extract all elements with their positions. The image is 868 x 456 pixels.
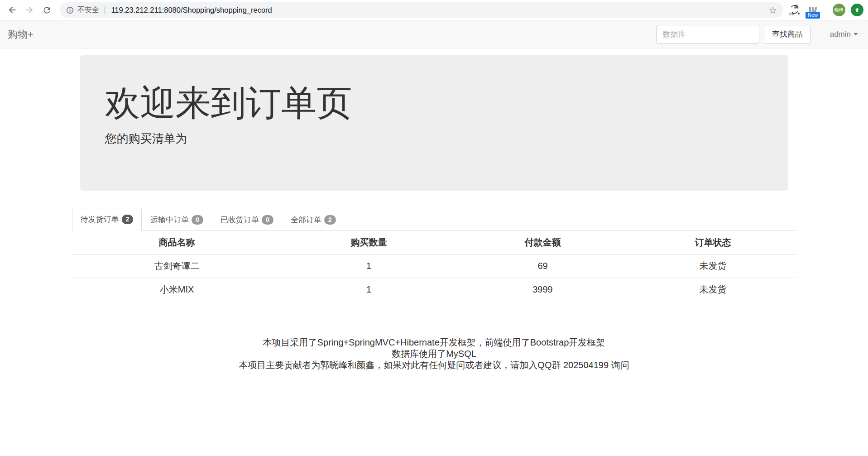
- header-status: 订单状态: [630, 231, 796, 254]
- reading-list-extension-icon[interactable]: New: [806, 2, 820, 18]
- user-dropdown-label: admin: [830, 30, 851, 39]
- footer-line: 本项目主要贡献者为郭晓峰和颜鑫，如果对此有任何疑问或者建议，请加入QQ群 202…: [0, 360, 868, 371]
- profile-avatar[interactable]: 晓峰: [833, 4, 845, 16]
- brand-link[interactable]: 购物+: [8, 28, 34, 41]
- url-separator: |: [104, 5, 106, 14]
- translate-extension-icon[interactable]: 英 en: [788, 2, 801, 18]
- footer-line: 本项目采用了Spring+SpringMVC+Hibernate开发框架，前端使…: [0, 337, 868, 348]
- order-tabs: 待发货订单 2 运输中订单 0 已收货订单 0 全部订单 2: [72, 208, 796, 231]
- bookmark-star-icon[interactable]: ☆: [768, 5, 777, 15]
- cell-product-name: 古剑奇谭二: [72, 254, 282, 278]
- chevron-down-icon: [854, 33, 858, 35]
- info-icon[interactable]: [66, 6, 74, 14]
- tab-received-orders[interactable]: 已收货订单 0: [212, 208, 282, 231]
- navbar-right-group: 查找商品 admin: [656, 25, 858, 44]
- svg-text:英: 英: [794, 4, 799, 10]
- tab-label: 运输中订单: [150, 215, 189, 225]
- cell-quantity: 1: [282, 278, 456, 302]
- reload-icon[interactable]: [40, 3, 53, 17]
- page-title: 欢迎来到订单页: [105, 84, 788, 123]
- tab-count-badge: 2: [122, 215, 134, 224]
- main-container: 欢迎来到订单页 您的购买清单为 待发货订单 2 运输中订单 0 已收货订单 0 …: [72, 55, 796, 301]
- tab-count-badge: 0: [192, 215, 203, 225]
- back-icon[interactable]: [5, 3, 19, 17]
- header-amount: 付款金额: [456, 231, 630, 254]
- header-product-name: 商品名称: [72, 231, 282, 254]
- new-extension-badge: New: [806, 12, 820, 19]
- browser-toolbar: 不安全 | 119.23.212.211:8080/Shopping/shopp…: [0, 0, 868, 20]
- table-row: 古剑奇谭二 1 69 未发货: [72, 254, 796, 278]
- welcome-jumbotron: 欢迎来到订单页 您的购买清单为: [80, 55, 788, 191]
- tab-count-badge: 0: [262, 215, 273, 225]
- site-navbar: 购物+ 查找商品 admin: [0, 20, 868, 48]
- extension-area: 英 en New 晓峰: [788, 2, 863, 18]
- cell-amount: 69: [456, 254, 630, 278]
- cell-quantity: 1: [282, 254, 456, 278]
- tab-label: 已收货订单: [221, 215, 259, 225]
- table-header-row: 商品名称 购买数量 付款金额 订单状态: [72, 231, 796, 254]
- cell-product-name: 小米MIX: [72, 278, 282, 302]
- search-input[interactable]: [656, 25, 759, 44]
- search-button[interactable]: 查找商品: [764, 25, 811, 44]
- cell-amount: 3999: [456, 278, 630, 302]
- forward-icon[interactable]: [23, 3, 36, 17]
- table-row: 小米MIX 1 3999 未发货: [72, 278, 796, 302]
- tab-count-badge: 2: [324, 215, 336, 225]
- cell-status: 未发货: [630, 278, 796, 302]
- tab-all-orders[interactable]: 全部订单 2: [282, 208, 345, 231]
- toolbar-divider: [826, 5, 826, 14]
- page-footer: 本项目采用了Spring+SpringMVC+Hibernate开发框架，前端使…: [0, 323, 868, 371]
- header-quantity: 购买数量: [282, 231, 456, 254]
- security-label[interactable]: 不安全: [77, 5, 99, 15]
- footer-line: 数据库使用了MySQL: [0, 348, 868, 360]
- tab-pending-orders[interactable]: 待发货订单 2: [72, 208, 142, 231]
- page-subtitle: 您的购买清单为: [105, 131, 788, 147]
- tab-label: 待发货订单: [81, 214, 119, 225]
- tab-label: 全部订单: [291, 215, 321, 225]
- user-dropdown[interactable]: admin: [830, 30, 858, 39]
- chrome-update-icon[interactable]: [851, 4, 863, 16]
- tab-shipping-orders[interactable]: 运输中订单 0: [142, 208, 212, 231]
- orders-table: 商品名称 购买数量 付款金额 订单状态 古剑奇谭二 1 69 未发货 小米MIX…: [72, 231, 796, 301]
- address-bar[interactable]: 不安全 | 119.23.212.211:8080/Shopping/shopp…: [60, 2, 783, 18]
- url-text[interactable]: 119.23.212.211:8080/Shopping/shopping_re…: [111, 6, 768, 14]
- cell-status: 未发货: [630, 254, 796, 278]
